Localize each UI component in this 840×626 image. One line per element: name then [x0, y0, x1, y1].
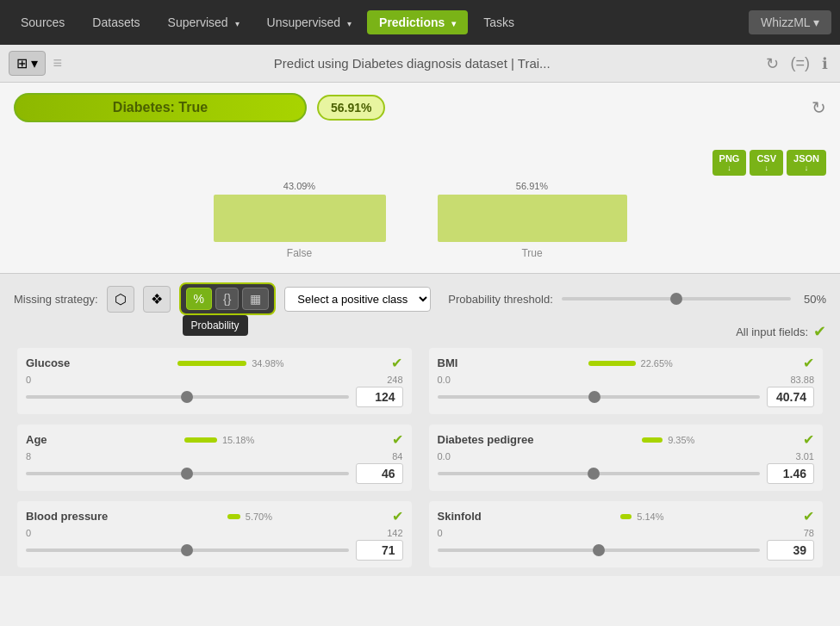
age-checkbox[interactable]: ✔ — [392, 431, 403, 448]
bar-true-pct: 56.91% — [516, 181, 548, 191]
fields-grid: Glucose 34.98% ✔ 0 248 124 BMI — [14, 348, 826, 567]
bar-false-pct: 43.09% — [283, 181, 315, 191]
unsupervised-arrow: ▾ — [347, 19, 352, 28]
strategy-icon-2: ❖ — [151, 292, 163, 307]
field-age-bar-pct: 15.18% — [184, 435, 254, 445]
whizzml-button[interactable]: WhizzML ▾ — [749, 10, 831, 34]
bmi-min: 0.0 — [438, 375, 451, 385]
strategy-icon-1: ⬡ — [115, 292, 127, 307]
scroll-button[interactable]: ↻ — [812, 97, 826, 118]
missing-strategy-label: Missing strategy: — [14, 293, 98, 306]
all-fields-checkbox[interactable]: ✔ — [813, 322, 826, 341]
nav-sources[interactable]: Sources — [9, 10, 77, 34]
pedigree-importance-bar — [642, 437, 663, 443]
info-button[interactable]: ℹ — [818, 53, 831, 75]
supervised-arrow: ▾ — [235, 19, 240, 28]
glucose-min: 0 — [26, 375, 31, 385]
pred-type-probability[interactable]: % — [186, 288, 212, 310]
bmi-checkbox[interactable]: ✔ — [803, 355, 814, 371]
skinfold-pct: 5.14% — [637, 511, 663, 522]
skinfold-importance-bar — [620, 514, 632, 519]
field-bmi-name: BMI — [438, 356, 458, 369]
age-slider[interactable] — [26, 472, 349, 475]
bp-slider[interactable] — [26, 549, 349, 552]
field-age: Age 15.18% ✔ 8 84 46 — [17, 425, 412, 491]
bp-pct: 5.70% — [246, 511, 272, 522]
all-fields-label: All input fields: — [736, 325, 808, 338]
refresh-button[interactable]: ↻ — [762, 53, 782, 75]
pedigree-slider[interactable] — [438, 472, 761, 475]
all-fields-row: All input fields: ✔ — [14, 322, 826, 341]
chart-area: PNG ↓ CSV ↓ JSON ↓ 43.09% False 56.91% T… — [0, 143, 840, 273]
age-pct: 15.18% — [222, 435, 254, 445]
strategy-btn-2[interactable]: ❖ — [143, 286, 171, 313]
nav-datasets[interactable]: Datasets — [80, 10, 152, 34]
layout-icon: ⊞ — [16, 56, 28, 71]
layout-button[interactable]: ⊞ ▾ — [9, 51, 46, 76]
probability-tooltip: Probability — [183, 315, 248, 336]
skinfold-value[interactable]: 39 — [767, 540, 814, 561]
bp-checkbox[interactable]: ✔ — [392, 508, 403, 524]
prediction-result-bar: Diabetes: True — [14, 93, 307, 122]
bmi-max: 83.88 — [790, 375, 814, 385]
nav-predictions[interactable]: Predictions ▾ — [367, 10, 468, 34]
png-arrow: ↓ — [727, 164, 731, 172]
threshold-value: 50% — [796, 293, 826, 306]
field-glucose-name: Glucose — [26, 356, 70, 369]
skinfold-min: 0 — [438, 528, 443, 538]
bar-true-rect — [438, 195, 627, 242]
bmi-slider[interactable] — [438, 395, 761, 399]
controls-area: Missing strategy: ⬡ ❖ % {} ▦ Probability… — [0, 273, 840, 576]
pred-type-votes[interactable]: ▦ — [242, 288, 269, 310]
pedigree-checkbox[interactable]: ✔ — [803, 431, 814, 448]
export-csv-button[interactable]: CSV ↓ — [750, 150, 783, 176]
field-blood-pressure: Blood pressure 5.70% ✔ 0 142 71 — [17, 501, 412, 567]
pedigree-value[interactable]: 1.46 — [767, 463, 814, 484]
glucose-value[interactable]: 124 — [356, 387, 403, 407]
glucose-checkbox[interactable]: ✔ — [391, 355, 402, 371]
skinfold-max: 78 — [804, 528, 814, 538]
bmi-importance-bar — [588, 361, 636, 366]
bp-min: 0 — [26, 528, 31, 538]
field-bp-name: Blood pressure — [26, 510, 108, 523]
bar-false-label: False — [287, 247, 312, 259]
prediction-confidence: 56.91% — [317, 95, 385, 121]
top-navigation: Sources Datasets Supervised ▾ Unsupervis… — [0, 0, 840, 45]
bar-true: 56.91% True — [438, 181, 627, 259]
age-value[interactable]: 46 — [356, 463, 403, 484]
nav-supervised[interactable]: Supervised ▾ — [156, 10, 252, 34]
age-importance-bar — [184, 437, 217, 443]
nav-tasks[interactable]: Tasks — [471, 10, 526, 34]
skinfold-slider[interactable] — [438, 549, 761, 552]
export-buttons: PNG ↓ CSV ↓ JSON ↓ — [14, 150, 826, 176]
positive-class-select[interactable]: Select a positive class — [284, 287, 431, 312]
nav-unsupervised[interactable]: Unsupervised ▾ — [255, 10, 364, 34]
prediction-result-area: Diabetes: True 56.91% ↻ — [0, 83, 840, 143]
bp-value[interactable]: 71 — [356, 540, 403, 561]
code-button[interactable]: (=) — [787, 53, 814, 75]
field-bmi-bar-pct: 22.65% — [588, 358, 673, 369]
strategy-btn-1[interactable]: ⬡ — [107, 286, 134, 313]
bmi-value[interactable]: 40.74 — [767, 387, 814, 407]
bar-true-label: True — [521, 247, 542, 259]
field-age-name: Age — [26, 433, 47, 446]
skinfold-checkbox[interactable]: ✔ — [803, 508, 814, 524]
pred-type-confidence[interactable]: {} — [215, 288, 239, 310]
bar-false-rect — [214, 195, 386, 242]
glucose-slider[interactable] — [26, 395, 349, 399]
field-glucose-bar-pct: 34.98% — [177, 358, 283, 369]
glucose-importance-bar — [177, 361, 246, 366]
threshold-slider[interactable] — [562, 297, 791, 301]
predictions-arrow: ▾ — [451, 19, 456, 28]
field-skinfold-name: Skinfold — [438, 510, 482, 523]
toolbar-title: Predict using Diabetes diagnosis dataset… — [69, 56, 756, 71]
bar-false: 43.09% False — [214, 181, 386, 259]
bars-chart: 43.09% False 56.91% True — [14, 181, 826, 259]
field-skinfold-bar-pct: 5.14% — [620, 511, 663, 522]
export-png-button[interactable]: PNG ↓ — [712, 150, 747, 176]
field-glucose: Glucose 34.98% ✔ 0 248 124 — [17, 348, 412, 414]
field-diabetes-pedigree: Diabetes pedigree 9.35% ✔ 0.0 3.01 1.46 — [429, 425, 824, 491]
export-json-button[interactable]: JSON ↓ — [787, 150, 826, 176]
field-bmi: BMI 22.65% ✔ 0.0 83.88 40.74 — [429, 348, 824, 414]
threshold-label: Probability threshold: — [448, 293, 552, 306]
